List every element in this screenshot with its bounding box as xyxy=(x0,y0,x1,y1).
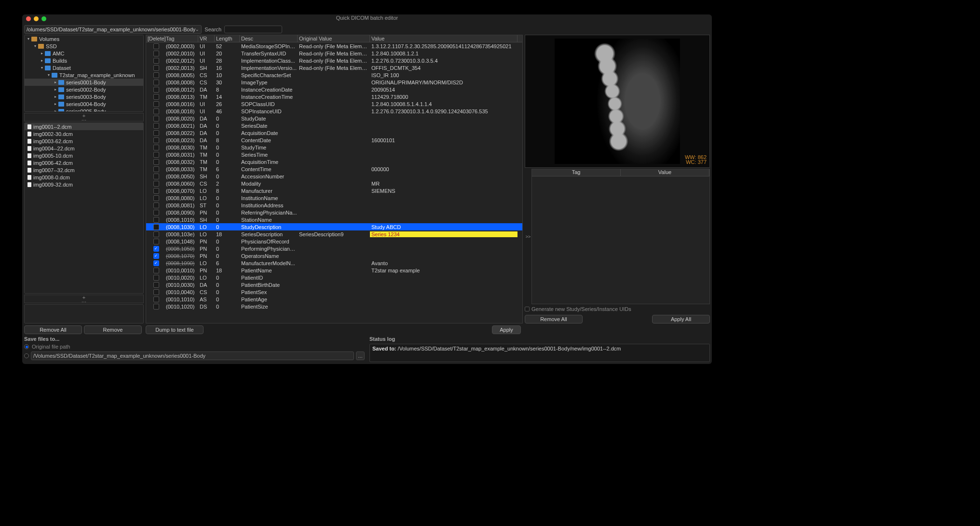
disclosure-triangle-icon[interactable]: ▾ xyxy=(41,66,45,70)
cell-value[interactable]: ORIGINAL/PRIMARY/M/NORM/DIS2D xyxy=(370,80,517,85)
tag-row[interactable]: (0008,0080)LO0InstitutionName xyxy=(146,194,522,202)
delete-checkbox[interactable] xyxy=(153,268,159,273)
side-col-tag[interactable]: Tag xyxy=(532,169,621,176)
apply-button[interactable]: Apply xyxy=(492,325,521,334)
tag-row[interactable]: (0008,0090)PN0ReferringPhysicianNa... xyxy=(146,209,522,216)
delete-checkbox[interactable] xyxy=(153,51,159,56)
cell-value[interactable]: Series 1234 xyxy=(370,231,517,237)
save-path-input[interactable] xyxy=(31,351,354,360)
disclosure-triangle-icon[interactable]: ▾ xyxy=(27,37,31,41)
tag-row[interactable]: (0008,0050)SH0AccessionNumber xyxy=(146,173,522,180)
disclosure-triangle-icon[interactable]: ▾ xyxy=(48,73,52,77)
col-tag[interactable]: Tag xyxy=(164,35,198,42)
delete-checkbox[interactable] xyxy=(153,282,159,288)
tree-item[interactable]: ▾Dataset xyxy=(25,64,143,71)
delete-checkbox[interactable] xyxy=(153,181,159,187)
tag-row[interactable]: (0008,0005)CS10SpecificCharacterSetISO_I… xyxy=(146,71,522,79)
tag-row[interactable]: (0002,0012)UI28ImplementationClass...Rea… xyxy=(146,57,522,64)
delete-checkbox[interactable] xyxy=(153,275,159,281)
col-desc[interactable]: Desc xyxy=(240,35,298,42)
folder-tree[interactable]: ▾Volumes▾SSD▸AMC▸Builds▾Dataset▾T2star_m… xyxy=(24,35,144,112)
tag-table[interactable]: [Delete] Tag VR Length Desc Original Val… xyxy=(146,35,523,324)
delete-checkbox[interactable] xyxy=(153,152,159,158)
dump-button[interactable]: Dump to text file xyxy=(146,325,204,334)
tag-row[interactable]: (0008,0012)DA8InstanceCreationDate200905… xyxy=(146,86,522,93)
tag-row[interactable]: (0008,0008)CS30ImageTypeORIGINAL/PRIMARY… xyxy=(146,79,522,86)
delete-checkbox[interactable] xyxy=(153,137,159,143)
delete-checkbox[interactable] xyxy=(153,94,159,100)
file-item[interactable]: img0009-32.dcm xyxy=(25,181,143,188)
side-col-value[interactable]: Value xyxy=(621,169,709,176)
delete-checkbox[interactable] xyxy=(153,116,159,121)
tag-row[interactable]: (0002,0013)SH16ImplementationVersio...Re… xyxy=(146,64,522,71)
delete-checkbox[interactable] xyxy=(153,188,159,194)
tag-row[interactable]: (0010,0030)DA0PatientBirthDate xyxy=(146,281,522,288)
tag-row[interactable]: (0010,1010)AS0PatientAge xyxy=(146,296,522,303)
image-preview[interactable]: WW: 862 WC: 377 xyxy=(525,35,710,168)
cell-value[interactable]: T2star map example xyxy=(370,268,517,273)
delete-checkbox[interactable] xyxy=(153,289,159,295)
transfer-arrow-icon[interactable]: >> xyxy=(525,169,531,304)
delete-checkbox[interactable] xyxy=(153,72,159,78)
file-list[interactable]: img0001--2.dcmimg0002-30.dcmimg0003-62.d… xyxy=(24,122,144,294)
delete-checkbox[interactable] xyxy=(153,166,159,172)
tag-row[interactable]: ✓(0008,1050)PN0PerformingPhysicianN... xyxy=(146,245,522,252)
delete-checkbox[interactable] xyxy=(153,224,159,230)
tree-item[interactable]: ▸series0003-Body xyxy=(25,93,143,100)
tree-item[interactable]: ▾Volumes xyxy=(25,35,143,42)
remove-all-button[interactable]: Remove All xyxy=(24,325,82,334)
delete-checkbox[interactable] xyxy=(153,145,159,150)
cell-value[interactable]: 1.2.276.0.7230010.3.0.3.5.4 xyxy=(370,58,517,64)
col-original[interactable]: Original Value xyxy=(298,35,370,42)
tag-row[interactable]: (0008,0030)TM0StudyTime xyxy=(146,144,522,151)
file-item[interactable]: img0007--32.dcm xyxy=(25,166,143,174)
tag-row[interactable]: (0010,1020)DS0PatientSize xyxy=(146,303,522,310)
delete-checkbox[interactable]: ✓ xyxy=(153,246,159,252)
tree-item[interactable]: ▾T2star_map_example_unknown xyxy=(25,71,143,79)
delete-checkbox[interactable] xyxy=(153,217,159,223)
file-item[interactable]: img0002-30.dcm xyxy=(25,130,143,137)
col-value[interactable]: Value xyxy=(370,35,517,42)
tag-row[interactable]: (0008,0020)DA0StudyDate xyxy=(146,115,522,122)
delete-checkbox[interactable] xyxy=(153,159,159,165)
generate-uids-checkbox[interactable] xyxy=(525,307,530,311)
tag-row[interactable]: (0002,0010)UI20TransferSyntaxUIDRead-onl… xyxy=(146,50,522,57)
tag-row[interactable]: (0008,0031)TM0SeriesTime xyxy=(146,151,522,158)
cell-value[interactable]: OFFIS_DCMTK_354 xyxy=(370,65,517,71)
cell-value[interactable]: 1.2.840.10008.5.1.4.1.1.4 xyxy=(370,101,517,107)
disclosure-triangle-icon[interactable]: ▸ xyxy=(54,109,58,112)
tag-row[interactable]: (0010,0040)CS0PatientSex xyxy=(146,288,522,296)
col-delete[interactable]: [Delete] xyxy=(146,35,164,42)
disclosure-triangle-icon[interactable]: ▸ xyxy=(41,58,45,63)
file-item[interactable]: img0004--22.dcm xyxy=(25,145,143,152)
cell-value[interactable]: ISO_IR 100 xyxy=(370,72,517,78)
tag-row[interactable]: (0008,1048)PN0PhysiciansOfRecord xyxy=(146,238,522,245)
tag-row[interactable]: (0008,0070)LO8ManufacturerSIEMENS xyxy=(146,187,522,194)
tag-row[interactable]: (0008,103e)LO18SeriesDescriptionSeriesDe… xyxy=(146,230,522,238)
tree-item[interactable]: ▸series0001-Body xyxy=(25,79,143,86)
disclosure-triangle-icon[interactable]: ▾ xyxy=(34,44,38,48)
tag-row[interactable]: (0008,0023)DA8ContentDate16000101 xyxy=(146,136,522,144)
tag-row[interactable]: (0008,1030)LO0StudyDescriptionStudy ABCD xyxy=(146,223,522,230)
cell-value[interactable]: MR xyxy=(370,181,517,187)
tag-row[interactable]: (0008,0060)CS2ModalityMR xyxy=(146,180,522,187)
delete-checkbox[interactable] xyxy=(153,231,159,237)
delete-checkbox[interactable] xyxy=(153,304,159,310)
file-item[interactable]: img0005-10.dcm xyxy=(25,152,143,159)
delete-checkbox[interactable] xyxy=(153,202,159,208)
tag-row[interactable]: ✓(0008,1070)PN0OperatorsName xyxy=(146,252,522,259)
delete-checkbox[interactable] xyxy=(153,195,159,201)
remove-button[interactable]: Remove xyxy=(84,325,142,334)
tag-row[interactable]: (0010,0020)LO0PatientID xyxy=(146,274,522,281)
cell-value[interactable]: 112429.718000 xyxy=(370,94,517,100)
delete-checkbox[interactable]: ✓ xyxy=(153,253,159,259)
tree-item[interactable]: ▸series0005-Body xyxy=(25,108,143,112)
tree-item[interactable]: ▸series0002-Body xyxy=(25,86,143,93)
cell-value[interactable]: 16000101 xyxy=(370,137,517,143)
delete-checkbox[interactable] xyxy=(153,87,159,93)
maximize-icon[interactable] xyxy=(41,16,46,21)
tag-row[interactable]: (0008,0032)TM0AcquisitionTime xyxy=(146,158,522,165)
cell-value[interactable]: 000000 xyxy=(370,166,517,172)
browse-button[interactable]: … xyxy=(356,351,365,360)
tag-row[interactable]: (0008,0021)DA0SeriesDate xyxy=(146,122,522,129)
